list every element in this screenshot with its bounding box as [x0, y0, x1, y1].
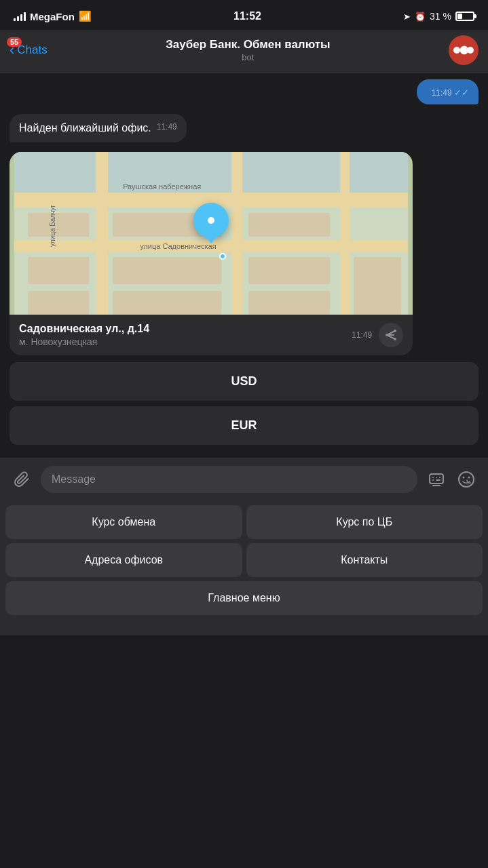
svg-point-38	[468, 477, 470, 479]
found-office-text: Найден ближайший офис.	[19, 122, 151, 134]
status-left: MegaFon 📶	[14, 10, 92, 22]
attach-button[interactable]	[10, 467, 34, 492]
svg-point-26	[394, 330, 396, 332]
cb-rate-button[interactable]: Курс по ЦБ	[246, 505, 483, 539]
svg-rect-19	[28, 291, 89, 315]
avatar-icon: ⊕	[450, 37, 477, 64]
header-info: Заубер Банк. Обмен валюты bot	[56, 38, 440, 62]
map-pin	[193, 203, 229, 238]
battery-percent: 31 %	[430, 11, 451, 22]
chats-badge: 55	[7, 37, 22, 47]
svg-rect-20	[113, 291, 221, 315]
svg-text:улица Балчуг: улица Балчуг	[49, 205, 56, 247]
wifi-icon: 📶	[79, 10, 92, 22]
svg-rect-12	[340, 152, 350, 315]
chat-area: 11:49 ✓✓ Найден ближайший офис. 11:49	[0, 73, 488, 458]
bubble-out: 11:49 ✓✓	[417, 79, 478, 104]
svg-rect-17	[113, 257, 221, 284]
map-card[interactable]: Раушская набережная улица Садовническая …	[10, 152, 413, 355]
message-row-out: 11:49 ✓✓	[10, 79, 478, 108]
svg-rect-10	[96, 152, 108, 315]
checkmarks-icon: ✓✓	[454, 87, 469, 98]
svg-point-36	[459, 472, 474, 487]
chat-title: Заубер Банк. Обмен валюты	[56, 38, 440, 52]
found-office-time: 11:49	[157, 122, 177, 132]
bot-keyboard: Курс обмена Курс по ЦБ Адреса офисов Кон…	[0, 500, 488, 635]
keyboard-icon	[428, 471, 445, 488]
svg-text:⊕: ⊕	[459, 43, 469, 57]
svg-rect-11	[231, 152, 242, 315]
location-icon: ➤	[403, 12, 411, 22]
svg-rect-22	[354, 257, 401, 315]
status-right: ➤ ⏰ 31 %	[403, 11, 474, 22]
map-image: Раушская набережная улица Садовническая …	[10, 152, 413, 315]
svg-point-28	[386, 334, 388, 336]
svg-rect-29	[430, 474, 443, 484]
map-card-time: 11:49	[352, 330, 372, 340]
svg-point-37	[463, 477, 465, 479]
map-metro: м. Новокузнецкая	[19, 336, 149, 347]
header: 55 ‹ Chats Заубер Банк. Обмен валюты bot…	[0, 30, 488, 73]
svg-rect-16	[28, 257, 89, 284]
bubble-found-office: Найден ближайший офис. 11:49	[10, 114, 187, 142]
battery-icon	[455, 12, 474, 21]
alarm-icon: ⏰	[415, 12, 426, 22]
svg-point-27	[394, 338, 396, 340]
paperclip-icon	[14, 471, 30, 488]
status-time: 11:52	[233, 10, 261, 22]
message-input[interactable]: Message	[41, 466, 417, 493]
contacts-button[interactable]: Контакты	[246, 543, 483, 577]
message-row-found: Найден ближайший офис. 11:49	[10, 114, 478, 146]
back-button[interactable]: 55 ‹ Chats	[10, 43, 48, 58]
svg-rect-21	[248, 291, 330, 315]
share-button[interactable]	[379, 323, 403, 347]
message-placeholder: Message	[52, 473, 96, 486]
msg-time-out: 11:49 ✓✓	[432, 87, 469, 98]
svg-text:улица Садовническая: улица Садовническая	[140, 242, 217, 250]
signal-icon	[14, 12, 26, 21]
svg-rect-15	[248, 213, 330, 237]
map-location-details: Садовническая ул., д.14 м. Новокузнецкая	[19, 323, 149, 347]
eur-button[interactable]: EUR	[10, 406, 478, 445]
status-bar: MegaFon 📶 11:52 ➤ ⏰ 31 %	[0, 0, 488, 30]
carrier-label: MegaFon	[30, 11, 75, 22]
currency-buttons: USD EUR	[10, 362, 478, 445]
bot-avatar[interactable]: ⊕	[449, 35, 478, 65]
addresses-button[interactable]: Адреса офисов	[5, 543, 242, 577]
share-icon	[385, 329, 397, 341]
svg-rect-13	[28, 213, 89, 237]
map-time-share: 11:49	[352, 323, 403, 347]
sticker-icon	[457, 471, 475, 488]
keyboard-button[interactable]	[424, 467, 449, 492]
back-label: Chats	[17, 43, 47, 57]
chat-subtitle: bot	[56, 52, 440, 62]
usd-button[interactable]: USD	[10, 362, 478, 401]
map-info: Садовническая ул., д.14 м. Новокузнецкая…	[10, 315, 413, 355]
main-menu-button[interactable]: Главное меню	[5, 581, 483, 615]
exchange-rate-button[interactable]: Курс обмена	[5, 505, 242, 539]
svg-rect-18	[248, 257, 330, 284]
sticker-button[interactable]	[454, 467, 478, 492]
message-input-area: Message	[0, 458, 488, 500]
svg-text:Раушская набережная: Раушская набережная	[123, 182, 201, 191]
map-address: Садовническая ул., д.14	[19, 323, 149, 335]
input-right-buttons	[424, 467, 478, 492]
map-pin-center	[208, 217, 214, 224]
